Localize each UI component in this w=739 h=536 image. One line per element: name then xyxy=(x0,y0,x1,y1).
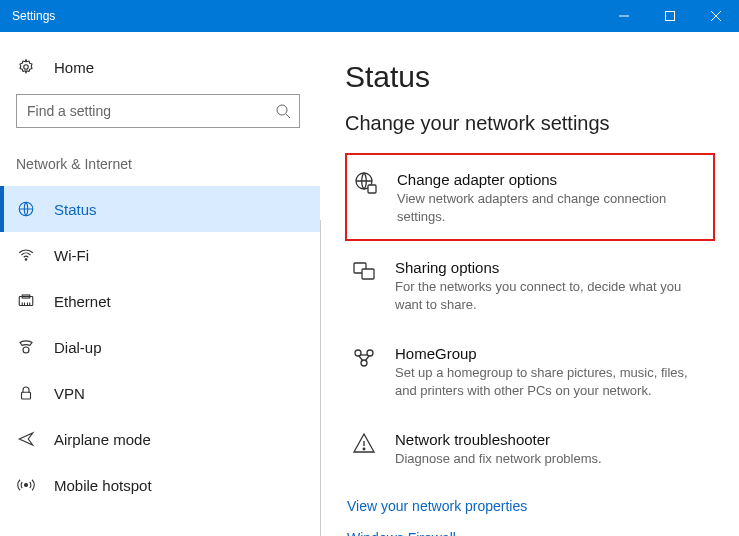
content-pane: Status Change your network settings Chan… xyxy=(320,32,739,536)
sidebar-item-label: VPN xyxy=(54,385,85,402)
window-title: Settings xyxy=(12,9,601,23)
option-title: HomeGroup xyxy=(395,345,709,362)
sidebar-section-label: Network & Internet xyxy=(0,138,320,186)
svg-point-15 xyxy=(23,347,29,353)
sidebar-item-label: Status xyxy=(54,201,97,218)
vpn-icon xyxy=(16,384,36,402)
option-homegroup[interactable]: HomeGroup Set up a homegroup to share pi… xyxy=(345,335,715,413)
warning-icon xyxy=(351,431,377,457)
ethernet-icon xyxy=(16,292,36,310)
option-title: Network troubleshooter xyxy=(395,431,602,448)
search-icon xyxy=(275,103,291,119)
svg-rect-21 xyxy=(362,269,374,279)
sidebar-item-hotspot[interactable]: Mobile hotspot xyxy=(0,462,320,508)
minimize-button[interactable] xyxy=(601,0,647,32)
sidebar-item-label: Wi-Fi xyxy=(54,247,89,264)
sharing-icon xyxy=(351,259,377,285)
sidebar-item-dialup[interactable]: Dial-up xyxy=(0,324,320,370)
option-desc: View network adapters and change connect… xyxy=(397,190,707,225)
vertical-divider xyxy=(320,220,321,536)
sidebar-item-airplane[interactable]: Airplane mode xyxy=(0,416,320,462)
sidebar-item-label: Mobile hotspot xyxy=(54,477,152,494)
sidebar: Home Find a setting Network & Internet S… xyxy=(0,32,320,536)
svg-point-5 xyxy=(277,105,287,115)
svg-point-8 xyxy=(25,259,27,261)
svg-line-27 xyxy=(365,356,369,361)
svg-point-29 xyxy=(363,448,365,450)
svg-point-17 xyxy=(25,484,28,487)
svg-line-26 xyxy=(359,356,363,361)
close-button[interactable] xyxy=(693,0,739,32)
sidebar-item-wifi[interactable]: Wi-Fi xyxy=(0,232,320,278)
link-windows-firewall[interactable]: Windows Firewall xyxy=(345,522,715,536)
svg-point-24 xyxy=(361,360,367,366)
option-title: Sharing options xyxy=(395,259,709,276)
svg-rect-1 xyxy=(666,12,675,21)
dialup-icon xyxy=(16,338,36,356)
wifi-icon xyxy=(16,246,36,264)
option-desc: Set up a homegroup to share pictures, mu… xyxy=(395,364,709,399)
sidebar-item-status[interactable]: Status xyxy=(0,186,320,232)
option-change-adapter[interactable]: Change adapter options View network adap… xyxy=(345,153,715,241)
option-sharing[interactable]: Sharing options For the networks you con… xyxy=(345,249,715,327)
option-title: Change adapter options xyxy=(397,171,707,188)
svg-point-4 xyxy=(24,65,29,70)
search-input[interactable]: Find a setting xyxy=(16,94,300,128)
sidebar-item-label: Airplane mode xyxy=(54,431,151,448)
option-desc: Diagnose and fix network problems. xyxy=(395,450,602,468)
hotspot-icon xyxy=(16,476,36,494)
sidebar-item-label: Ethernet xyxy=(54,293,111,310)
option-troubleshooter[interactable]: Network troubleshooter Diagnose and fix … xyxy=(345,421,715,482)
sidebar-item-label: Dial-up xyxy=(54,339,102,356)
sidebar-item-ethernet[interactable]: Ethernet xyxy=(0,278,320,324)
globe-adapter-icon xyxy=(353,171,379,197)
svg-rect-16 xyxy=(22,392,31,399)
home-label: Home xyxy=(54,59,94,76)
search-placeholder: Find a setting xyxy=(27,103,275,119)
homegroup-icon xyxy=(351,345,377,371)
airplane-icon xyxy=(16,430,36,448)
sidebar-item-vpn[interactable]: VPN xyxy=(0,370,320,416)
svg-line-6 xyxy=(286,114,290,118)
option-desc: For the networks you connect to, decide … xyxy=(395,278,709,313)
home-button[interactable]: Home xyxy=(0,50,320,84)
maximize-button[interactable] xyxy=(647,0,693,32)
status-icon xyxy=(16,200,36,218)
titlebar: Settings xyxy=(0,0,739,32)
page-title: Status xyxy=(345,60,715,94)
link-view-properties[interactable]: View your network properties xyxy=(345,490,715,522)
gear-icon xyxy=(16,58,36,76)
svg-rect-19 xyxy=(368,185,376,193)
page-subheading: Change your network settings xyxy=(345,112,715,135)
